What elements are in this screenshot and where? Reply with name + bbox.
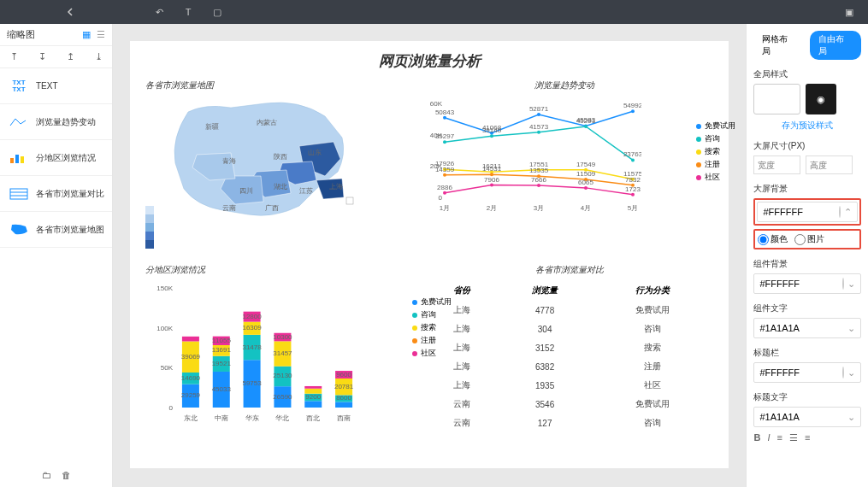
svg-text:3月: 3月 [534,204,544,212]
folder-icon[interactable]: 🗀 [42,470,51,480]
table-row[interactable]: 上海3152搜索 [428,339,712,356]
bg-color-input[interactable]: #FFFFFF ⌃ [757,202,858,222]
bg-type-image[interactable]: 图片 [794,233,824,245]
align-left-icon[interactable]: ≡ [776,432,782,443]
comp-bg-input[interactable]: #FFFFFF ⌄ [753,273,861,294]
align-right-icon[interactable]: ≡ [805,432,810,443]
text-tool-icon[interactable]: T [178,3,198,21]
layout-grid-icon[interactable]: ▦ [82,29,91,39]
svg-text:35297: 35297 [435,132,455,140]
svg-text:12800: 12800 [243,313,263,320]
svg-text:13691: 13691 [212,346,232,354]
svg-text:14531: 14531 [482,165,502,173]
style-preview-2[interactable]: ◉ [806,84,836,114]
svg-text:2月: 2月 [487,204,497,212]
sidebar-item-3[interactable]: 各省市浏览量对比 [0,176,112,212]
svg-rect-2 [21,156,24,163]
sidebar-item-0[interactable]: TXTTXTTEXT [0,68,112,104]
svg-text:23763: 23763 [623,150,641,158]
move-top-icon[interactable]: ⤒ [10,51,18,62]
svg-text:7832: 7832 [626,176,641,184]
table-row[interactable]: 上海6382注册 [428,358,712,375]
bold-icon[interactable]: B [753,432,760,443]
move-bottom-icon[interactable]: ⤓ [95,51,103,62]
undo-icon[interactable]: ↶ [149,3,169,21]
style-preview-1[interactable] [753,84,800,114]
svg-text:9200: 9200 [306,393,322,401]
preview-icon[interactable]: ▣ [839,3,859,21]
svg-rect-121 [305,386,322,389]
image-tool-icon[interactable]: ▢ [207,3,227,21]
svg-point-69 [490,184,493,187]
svg-text:41573: 41573 [529,123,549,131]
titlebar-input[interactable]: #FFFFFF ⌄ [753,362,861,383]
layout-list-icon[interactable]: ☰ [97,29,105,39]
titletext-input[interactable]: #1A1A1A ⌄ [753,407,861,427]
table-row[interactable]: 上海4778免费试用 [428,302,712,319]
bar-title: 分地区浏览情况 [145,264,416,276]
svg-point-31 [537,113,540,116]
sidebar-item-1[interactable]: 浏览量趋势变动 [0,104,112,140]
move-up-icon[interactable]: ↥ [67,51,74,62]
bg-type-color[interactable]: 颜色 [758,233,788,245]
svg-point-27 [443,116,446,120]
back-button[interactable] [60,3,80,21]
table-row[interactable]: 云南127咨询 [428,414,712,431]
svg-text:50K: 50K [161,364,174,372]
svg-text:江苏: 江苏 [299,187,313,195]
table-row[interactable]: 上海304咨询 [428,320,712,337]
svg-text:11509: 11509 [576,170,596,178]
canvas[interactable]: 网页浏览量分析 各省市浏览量地图 新疆内蒙古 [113,24,746,487]
svg-point-71 [537,184,540,187]
svg-text:20781: 20781 [334,383,354,390]
delete-icon[interactable]: 🗑 [62,470,71,480]
table-row[interactable]: 云南3546免费试用 [428,396,712,413]
svg-text:新疆: 新疆 [205,123,219,131]
svg-text:26590: 26590 [274,393,293,401]
dashboard-title: 网页浏览量分析 [145,51,713,71]
line-legend: 免费试用咨询搜索注册社区 [696,120,735,185]
svg-text:1723: 1723 [626,185,641,193]
align-center-icon[interactable]: ☰ [789,432,798,443]
svg-text:14690: 14690 [181,374,201,382]
sidebar-item-2[interactable]: 分地区浏览情况 [0,140,112,176]
height-input[interactable] [806,155,853,174]
data-table[interactable]: 省份浏览量行为分类 上海4778免费试用上海304咨询上海3152搜索上海638… [426,279,714,433]
comp-text-label: 组件文字 [753,302,861,314]
save-preset-link[interactable]: 存为预设样式 [753,120,861,132]
svg-text:山东: 山东 [308,149,322,156]
svg-text:25130: 25130 [274,372,293,379]
sidebar-item-4[interactable]: 各省市浏览量地图 [0,212,112,248]
line-chart[interactable]: 020K40K60K1月2月3月4月5月50843410685287145583… [419,95,710,214]
svg-text:7906: 7906 [485,176,500,184]
table-row[interactable]: 上海1935社区 [428,377,712,394]
bg-label: 大屏背景 [753,183,861,195]
svg-text:四川: 四川 [239,187,253,195]
svg-rect-1 [15,155,19,163]
svg-text:华北: 华北 [276,414,290,422]
svg-text:59753: 59753 [243,379,263,387]
move-down-icon[interactable]: ↧ [38,51,46,62]
bar-chart[interactable]: 050K100K150K东北292591469039069中南450331952… [145,279,416,425]
svg-text:19521: 19521 [212,360,232,367]
svg-text:14359: 14359 [435,166,455,173]
svg-text:10300: 10300 [274,333,293,341]
svg-rect-123 [336,402,353,408]
tab-grid-layout[interactable]: 网格布局 [753,31,805,60]
italic-icon[interactable]: I [767,432,770,443]
svg-text:100K: 100K [157,325,174,332]
svg-text:7666: 7666 [532,176,547,184]
comp-text-input[interactable]: #1A1A1A ⌄ [753,318,861,338]
svg-text:60K: 60K [430,100,443,108]
svg-text:39146: 39146 [482,126,502,134]
tab-free-layout[interactable]: 自由布局 [810,31,861,60]
svg-point-35 [631,109,635,113]
svg-text:西北: 西北 [307,414,321,422]
svg-text:45033: 45033 [212,385,232,393]
svg-text:云南: 云南 [222,204,236,212]
svg-point-37 [443,140,446,144]
svg-text:9600: 9600 [337,371,352,378]
titletext-label: 标题文字 [753,391,861,403]
width-input[interactable] [753,155,800,174]
map-chart[interactable]: 新疆内蒙古 青海陕西 山东四川 湖北江苏 云南广西 上海 [145,95,419,257]
